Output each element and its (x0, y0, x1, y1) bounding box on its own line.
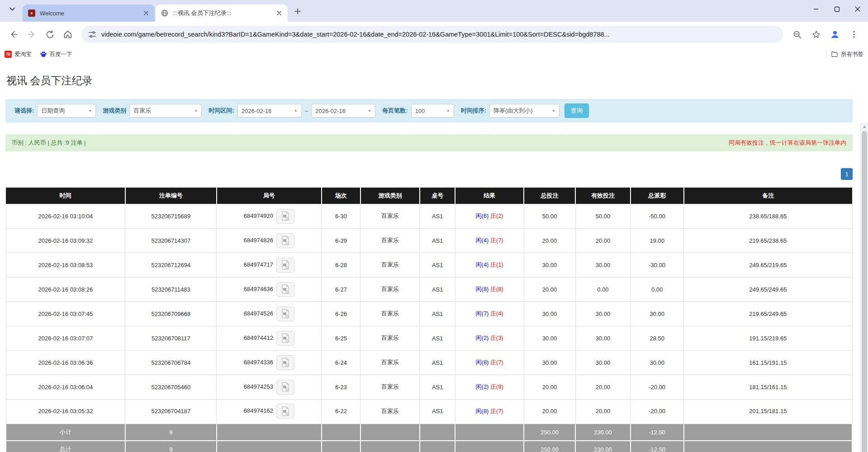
cell-table-number: AS1 (420, 204, 455, 228)
cell-game-type (360, 424, 420, 441)
date-from-value: 2026-02-16 (242, 108, 272, 114)
video-record-icon (281, 358, 290, 367)
scrollbar-thumb[interactable] (862, 131, 867, 452)
tab-search-button[interactable] (5, 2, 19, 16)
date-range-tilde: ~ (305, 108, 308, 114)
cell-note: 249.65/219.65 (684, 253, 852, 277)
url-text[interactable]: videoie.com/game/betrecord_search/kind3?… (101, 31, 610, 38)
column-header: 备注 (684, 188, 852, 204)
round-number: 684974526 (244, 310, 273, 316)
cell-table-number: AS1 (420, 326, 455, 350)
video-replay-button[interactable] (276, 380, 294, 395)
footer-label: 总计 (6, 441, 125, 452)
cell-session: 6-28 (322, 253, 360, 277)
video-replay-button[interactable] (276, 306, 294, 321)
magnifier-icon (792, 30, 802, 39)
column-header: 时间 (6, 188, 125, 204)
pagination: 1 (5, 168, 853, 180)
footer-valid-bet: 230.00 (575, 441, 631, 452)
zoom-button[interactable] (789, 27, 805, 42)
chevron-down-icon (9, 6, 15, 12)
cell-game-type: 百家乐 (360, 253, 420, 277)
minimize-button[interactable] (806, 0, 826, 18)
table-footer-row: 小计9250.00230.00-12.50 (6, 424, 852, 441)
query-type-select[interactable]: 日期查询 ▼ (37, 104, 96, 118)
result-player: 闲(4) (476, 261, 489, 268)
taobao-icon: 淘 (5, 51, 12, 58)
new-tab-button[interactable] (291, 5, 304, 18)
column-header: 有效投注 (575, 188, 631, 204)
bookmark-star-button[interactable] (808, 27, 824, 42)
result-banker: 庄(8) (489, 286, 503, 292)
cell-session: 6-25 (322, 326, 360, 350)
cell-session: 6-29 (322, 228, 360, 253)
cell-round-number: 684974636 (217, 277, 322, 301)
cell-valid-bet: 30.00 (575, 326, 631, 350)
cell-payout: 30.00 (631, 350, 684, 375)
video-replay-button[interactable] (276, 233, 294, 248)
cell-note: 249.65/249.65 (684, 277, 852, 301)
result-player: 闲(8) (476, 286, 489, 292)
address-bar[interactable]: videoie.com/game/betrecord_search/kind3?… (81, 26, 783, 43)
bookmark-baidu[interactable]: 百度一下 (40, 51, 72, 58)
video-replay-button[interactable] (276, 282, 294, 297)
page-size-select[interactable]: 100 ▼ (411, 104, 454, 118)
cell-game-type: 百家乐 (360, 277, 420, 301)
cell-result: 闲(2) 庄(3) (455, 326, 524, 350)
video-record-icon (281, 406, 290, 416)
cell-time: 2026-02-16 03:08:26 (6, 277, 125, 301)
all-bookmarks-button[interactable]: 所有书签 (831, 51, 863, 58)
close-icon[interactable] (142, 9, 150, 17)
bookmark-label: 百度一下 (50, 51, 72, 58)
result-banker: 庄(2) (489, 212, 503, 219)
forward-button[interactable] (24, 27, 39, 42)
window-controls (806, 0, 868, 18)
result-player: 闲(6) (476, 212, 489, 219)
scroll-up-icon[interactable]: ▲ (861, 123, 868, 131)
tab-betrecord[interactable]: :::视讯 会员下注纪录::: (156, 5, 288, 22)
cell-table-number: AS1 (420, 350, 455, 375)
date-to-select[interactable]: 2026-02-16 ▼ (311, 104, 375, 118)
table-row: 2026-02-16 03:08:53523206712694684974717… (6, 253, 852, 277)
cell-valid-bet: 0.00 (575, 277, 631, 301)
game-type-select[interactable]: 百家乐 ▼ (129, 104, 202, 118)
vertical-scrollbar[interactable]: ▲ (860, 123, 868, 452)
filter-date-label: 时间区间: (209, 107, 234, 115)
cell-payout: 0.00 (631, 277, 684, 301)
profile-avatar[interactable] (827, 27, 843, 42)
cell-valid-bet: 50.00 (575, 204, 631, 228)
menu-button[interactable] (846, 27, 862, 42)
close-icon[interactable] (275, 9, 283, 17)
home-button[interactable] (60, 27, 76, 42)
chevron-down-icon: ▼ (85, 109, 92, 113)
cell-result: 闲(4) 庄(1) (455, 253, 524, 277)
cell-payout: -50.00 (631, 204, 684, 228)
site-settings-icon[interactable] (88, 30, 97, 39)
page-title: 视讯 会员下注纪录 (6, 74, 853, 88)
tab-welcome[interactable]: ♠ Welcome (23, 5, 155, 22)
video-replay-button[interactable] (276, 209, 294, 224)
footer-count: 9 (125, 424, 217, 441)
cell-round-number: 684974717 (217, 253, 322, 277)
sort-order-select[interactable]: 降幂(由大到小) ▼ (489, 104, 560, 118)
video-replay-button[interactable] (276, 258, 294, 273)
column-header: 总投注 (524, 188, 575, 204)
table-row: 2026-02-16 03:10:04523206715689684974920… (6, 204, 852, 228)
footer-total-bet: 250.00 (524, 424, 575, 441)
all-bookmarks-label: 所有书签 (841, 51, 863, 58)
cell-bet-number: 523206705460 (125, 375, 217, 399)
maximize-button[interactable] (826, 0, 847, 18)
date-from-select[interactable]: 2026-02-16 ▼ (237, 104, 302, 118)
page-1-button[interactable]: 1 (841, 168, 853, 180)
bookmark-aitaobao[interactable]: 淘 爱淘宝 (5, 51, 32, 58)
video-replay-button[interactable] (276, 404, 294, 419)
reload-button[interactable] (42, 27, 57, 42)
column-header: 总派彩 (631, 188, 684, 204)
close-window-button[interactable] (847, 0, 868, 18)
search-button[interactable]: 查询 (564, 104, 589, 118)
table-row: 2026-02-16 03:07:07523206708117684974412… (6, 326, 852, 350)
result-player: 闲(4) (476, 237, 489, 244)
video-replay-button[interactable] (276, 355, 294, 370)
video-replay-button[interactable] (276, 331, 294, 346)
back-button[interactable] (6, 27, 21, 42)
